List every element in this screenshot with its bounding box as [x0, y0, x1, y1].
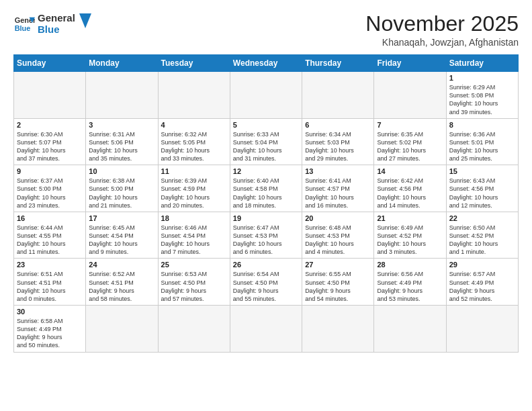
- calendar-day-cell: 28Sunrise: 6:56 AM Sunset: 4:49 PM Dayli…: [374, 259, 446, 306]
- calendar-day-cell: 15Sunrise: 6:43 AM Sunset: 4:56 PM Dayli…: [446, 165, 518, 212]
- calendar-day-cell: 24Sunrise: 6:52 AM Sunset: 4:51 PM Dayli…: [86, 259, 158, 306]
- calendar-day-cell: 20Sunrise: 6:48 AM Sunset: 4:53 PM Dayli…: [302, 212, 374, 259]
- calendar-day-cell: 1Sunrise: 6:29 AM Sunset: 5:08 PM Daylig…: [446, 72, 518, 119]
- calendar-week-row: 30Sunrise: 6:58 AM Sunset: 4:49 PM Dayli…: [14, 306, 519, 353]
- calendar-day-cell: 26Sunrise: 6:54 AM Sunset: 4:50 PM Dayli…: [230, 259, 302, 306]
- calendar-day-cell: [230, 72, 302, 119]
- day-number: 14: [377, 167, 443, 175]
- sun-info: Sunrise: 6:38 AM Sunset: 5:00 PM Dayligh…: [89, 177, 154, 210]
- sun-info: Sunrise: 6:31 AM Sunset: 5:06 PM Dayligh…: [89, 130, 154, 163]
- calendar-day-cell: 6Sunrise: 6:34 AM Sunset: 5:03 PM Daylig…: [302, 118, 374, 165]
- logo: General Blue General Blue: [13, 12, 91, 36]
- day-number: 6: [305, 121, 371, 129]
- day-number: 1: [449, 74, 515, 82]
- location: Khanaqah, Jowzjan, Afghanistan: [365, 37, 519, 48]
- sun-info: Sunrise: 6:40 AM Sunset: 4:58 PM Dayligh…: [233, 177, 299, 210]
- calendar-day-cell: [374, 72, 446, 119]
- weekday-wednesday: Wednesday: [230, 55, 302, 72]
- calendar-day-cell: [374, 306, 446, 353]
- sun-info: Sunrise: 6:39 AM Sunset: 4:59 PM Dayligh…: [161, 177, 227, 210]
- sun-info: Sunrise: 6:44 AM Sunset: 4:55 PM Dayligh…: [17, 224, 83, 257]
- day-number: 16: [17, 214, 83, 222]
- sun-info: Sunrise: 6:34 AM Sunset: 5:03 PM Dayligh…: [305, 130, 371, 163]
- calendar-day-cell: 29Sunrise: 6:57 AM Sunset: 4:49 PM Dayli…: [446, 259, 518, 306]
- weekday-thursday: Thursday: [302, 55, 374, 72]
- logo-icon: General Blue: [13, 13, 35, 34]
- calendar-day-cell: 18Sunrise: 6:46 AM Sunset: 4:54 PM Dayli…: [158, 212, 230, 259]
- calendar-day-cell: [446, 306, 518, 353]
- calendar-day-cell: 7Sunrise: 6:35 AM Sunset: 5:02 PM Daylig…: [374, 118, 446, 165]
- calendar-day-cell: [14, 72, 86, 119]
- calendar-week-row: 1Sunrise: 6:29 AM Sunset: 5:08 PM Daylig…: [14, 72, 519, 119]
- sun-info: Sunrise: 6:41 AM Sunset: 4:57 PM Dayligh…: [305, 177, 371, 210]
- day-number: 21: [377, 214, 443, 222]
- calendar: SundayMondayTuesdayWednesdayThursdayFrid…: [13, 54, 519, 352]
- day-number: 29: [449, 261, 515, 269]
- page: General Blue General Blue November 2025 …: [0, 0, 532, 411]
- weekday-sunday: Sunday: [14, 55, 86, 72]
- day-number: 7: [377, 121, 443, 129]
- sun-info: Sunrise: 6:48 AM Sunset: 4:53 PM Dayligh…: [305, 224, 371, 257]
- calendar-day-cell: 27Sunrise: 6:55 AM Sunset: 4:50 PM Dayli…: [302, 259, 374, 306]
- day-number: 2: [17, 121, 83, 129]
- calendar-day-cell: 14Sunrise: 6:42 AM Sunset: 4:56 PM Dayli…: [374, 165, 446, 212]
- day-number: 28: [377, 261, 443, 269]
- day-number: 5: [233, 121, 299, 129]
- calendar-day-cell: 10Sunrise: 6:38 AM Sunset: 5:00 PM Dayli…: [86, 165, 158, 212]
- day-number: 4: [161, 121, 227, 129]
- calendar-week-row: 9Sunrise: 6:37 AM Sunset: 5:00 PM Daylig…: [14, 165, 519, 212]
- calendar-day-cell: [158, 306, 230, 353]
- day-number: 26: [233, 261, 299, 269]
- sun-info: Sunrise: 6:51 AM Sunset: 4:51 PM Dayligh…: [17, 270, 83, 303]
- svg-text:Blue: Blue: [15, 24, 31, 32]
- sun-info: Sunrise: 6:54 AM Sunset: 4:50 PM Dayligh…: [233, 270, 299, 303]
- calendar-day-cell: 2Sunrise: 6:30 AM Sunset: 5:07 PM Daylig…: [14, 118, 86, 165]
- sun-info: Sunrise: 6:45 AM Sunset: 4:54 PM Dayligh…: [89, 224, 154, 257]
- weekday-tuesday: Tuesday: [158, 55, 230, 72]
- sun-info: Sunrise: 6:55 AM Sunset: 4:50 PM Dayligh…: [305, 270, 371, 303]
- day-number: 18: [161, 214, 227, 222]
- calendar-day-cell: [86, 72, 158, 119]
- day-number: 23: [17, 261, 83, 269]
- calendar-day-cell: 25Sunrise: 6:53 AM Sunset: 4:50 PM Dayli…: [158, 259, 230, 306]
- sun-info: Sunrise: 6:49 AM Sunset: 4:52 PM Dayligh…: [377, 224, 443, 257]
- sun-info: Sunrise: 6:43 AM Sunset: 4:56 PM Dayligh…: [449, 177, 515, 210]
- day-number: 20: [305, 214, 371, 222]
- calendar-day-cell: 17Sunrise: 6:45 AM Sunset: 4:54 PM Dayli…: [86, 212, 158, 259]
- day-number: 10: [89, 167, 154, 175]
- sun-info: Sunrise: 6:30 AM Sunset: 5:07 PM Dayligh…: [17, 130, 83, 163]
- sun-info: Sunrise: 6:46 AM Sunset: 4:54 PM Dayligh…: [161, 224, 227, 257]
- day-number: 22: [449, 214, 515, 222]
- title-block: November 2025 Khanaqah, Jowzjan, Afghani…: [365, 12, 519, 48]
- sun-info: Sunrise: 6:37 AM Sunset: 5:00 PM Dayligh…: [17, 177, 83, 210]
- calendar-day-cell: 9Sunrise: 6:37 AM Sunset: 5:00 PM Daylig…: [14, 165, 86, 212]
- sun-info: Sunrise: 6:50 AM Sunset: 4:52 PM Dayligh…: [449, 224, 515, 257]
- day-number: 8: [449, 121, 515, 129]
- weekday-friday: Friday: [374, 55, 446, 72]
- calendar-day-cell: 22Sunrise: 6:50 AM Sunset: 4:52 PM Dayli…: [446, 212, 518, 259]
- calendar-day-cell: 3Sunrise: 6:31 AM Sunset: 5:06 PM Daylig…: [86, 118, 158, 165]
- calendar-day-cell: 30Sunrise: 6:58 AM Sunset: 4:49 PM Dayli…: [14, 306, 86, 353]
- calendar-day-cell: [158, 72, 230, 119]
- month-title: November 2025: [365, 12, 519, 36]
- calendar-week-row: 23Sunrise: 6:51 AM Sunset: 4:51 PM Dayli…: [14, 259, 519, 306]
- calendar-day-cell: 4Sunrise: 6:32 AM Sunset: 5:05 PM Daylig…: [158, 118, 230, 165]
- sun-info: Sunrise: 6:52 AM Sunset: 4:51 PM Dayligh…: [89, 270, 154, 303]
- calendar-day-cell: 13Sunrise: 6:41 AM Sunset: 4:57 PM Dayli…: [302, 165, 374, 212]
- sun-info: Sunrise: 6:57 AM Sunset: 4:49 PM Dayligh…: [449, 270, 515, 303]
- calendar-day-cell: 19Sunrise: 6:47 AM Sunset: 4:53 PM Dayli…: [230, 212, 302, 259]
- logo-triangle-icon: [79, 13, 91, 28]
- weekday-saturday: Saturday: [446, 55, 518, 72]
- calendar-day-cell: [230, 306, 302, 353]
- day-number: 30: [17, 308, 83, 316]
- calendar-day-cell: 8Sunrise: 6:36 AM Sunset: 5:01 PM Daylig…: [446, 118, 518, 165]
- day-number: 17: [89, 214, 154, 222]
- day-number: 15: [449, 167, 515, 175]
- calendar-day-cell: 21Sunrise: 6:49 AM Sunset: 4:52 PM Dayli…: [374, 212, 446, 259]
- sun-info: Sunrise: 6:35 AM Sunset: 5:02 PM Dayligh…: [377, 130, 443, 163]
- logo-general: General: [38, 12, 75, 24]
- weekday-header-row: SundayMondayTuesdayWednesdayThursdayFrid…: [14, 55, 519, 72]
- calendar-day-cell: [302, 72, 374, 119]
- day-number: 12: [233, 167, 299, 175]
- day-number: 19: [233, 214, 299, 222]
